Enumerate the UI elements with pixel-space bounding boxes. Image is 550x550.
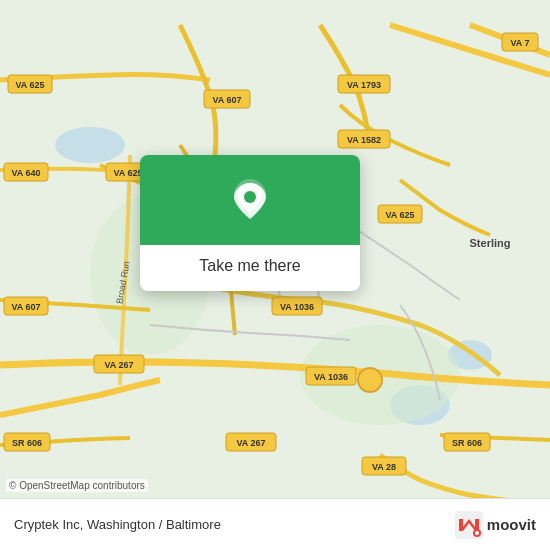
popup-card: Take me there: [140, 155, 360, 291]
popup-footer[interactable]: Take me there: [140, 245, 360, 291]
svg-text:VA 625: VA 625: [113, 168, 142, 178]
svg-text:VA 625: VA 625: [15, 80, 44, 90]
svg-text:VA 1036: VA 1036: [314, 372, 348, 382]
svg-text:VA 267: VA 267: [236, 438, 265, 448]
svg-text:VA 625: VA 625: [385, 210, 414, 220]
moovit-label: moovit: [487, 516, 536, 533]
svg-text:VA 267: VA 267: [104, 360, 133, 370]
svg-text:VA 1036: VA 1036: [280, 302, 314, 312]
svg-point-8: [358, 368, 382, 392]
popup-header: [140, 155, 360, 245]
svg-text:VA 640: VA 640: [11, 168, 40, 178]
svg-text:VA 607: VA 607: [11, 302, 40, 312]
svg-text:SR 606: SR 606: [452, 438, 482, 448]
moovit-logo: moovit: [455, 511, 536, 539]
svg-text:VA 7: VA 7: [510, 38, 529, 48]
svg-text:SR 606: SR 606: [12, 438, 42, 448]
moovit-icon: [455, 511, 483, 539]
map-container: VA 7 VA 625 VA 607 VA 1793 VA 1582 VA 64…: [0, 0, 550, 550]
svg-text:VA 607: VA 607: [212, 95, 241, 105]
svg-text:Sterling: Sterling: [470, 237, 511, 249]
info-left: Cryptek Inc, Washington / Baltimore: [14, 517, 221, 532]
info-bar: Cryptek Inc, Washington / Baltimore moov…: [0, 498, 550, 550]
svg-text:VA 28: VA 28: [372, 462, 396, 472]
openstreetmap-credit: © OpenStreetMap contributors: [6, 479, 148, 492]
location-label: Cryptek Inc, Washington / Baltimore: [14, 517, 221, 532]
svg-point-1: [55, 127, 125, 163]
location-pin-icon: [230, 177, 270, 223]
svg-point-47: [244, 191, 256, 203]
copyright-text: © OpenStreetMap contributors: [9, 480, 145, 491]
svg-point-50: [475, 531, 479, 535]
take-me-there-button[interactable]: Take me there: [199, 255, 300, 277]
svg-text:VA 1793: VA 1793: [347, 80, 381, 90]
svg-text:VA 1582: VA 1582: [347, 135, 381, 145]
